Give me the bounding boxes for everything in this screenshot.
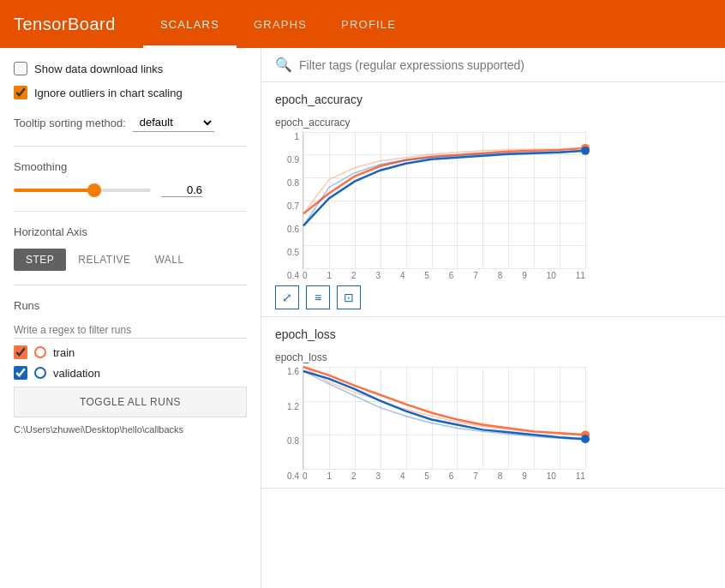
chart-area-accuracy (303, 132, 585, 269)
run-validation-checkbox[interactable] (14, 366, 27, 380)
runs-section: Runs train validation TOGGLE ALL RUNS C:… (14, 299, 247, 435)
svg-point-3 (581, 435, 590, 443)
nav-profile[interactable]: PROFILE (324, 0, 413, 48)
epoch-loss-section-title: epoch_loss (261, 317, 725, 345)
smoothing-value-input[interactable] (161, 183, 202, 197)
runs-label: Runs (14, 299, 247, 312)
tooltip-row: Tooltip sorting method: default ascendin… (14, 113, 247, 132)
y-axis-loss: 1.6 1.2 0.8 0.4 (279, 367, 299, 481)
axis-label: Horizontal Axis (14, 225, 247, 238)
fit-button[interactable]: ⊡ (337, 285, 361, 309)
run-validation-circle (34, 367, 46, 379)
chart-title-loss: epoch_loss (275, 351, 711, 363)
divider-3 (14, 285, 247, 285)
chart-container-accuracy: epoch_accuracy 1 0.9 0.8 0.7 0.6 0.5 0.4 (261, 110, 725, 316)
path-text: C:\Users\zhuwei\Desktop\hello\callbacks (14, 424, 247, 435)
x-axis-loss: 0 1 2 3 4 5 6 7 8 9 10 11 (303, 470, 585, 481)
divider-1 (14, 146, 247, 147)
axis-wall-button[interactable]: WALL (142, 249, 195, 271)
sidebar: Show data download links Ignore outliers… (0, 48, 261, 588)
smoothing-control (14, 183, 247, 197)
expand-chart-button[interactable]: ⤢ (275, 285, 299, 309)
y-axis-accuracy: 1 0.9 0.8 0.7 0.6 0.5 0.4 (279, 132, 299, 280)
run-train-circle (34, 346, 46, 358)
search-bar: 🔍 (261, 48, 725, 82)
ignore-outliers-label: Ignore outliers in chart scaling (34, 87, 183, 99)
runs-filter-input[interactable] (14, 322, 247, 339)
run-item-train: train (14, 345, 247, 359)
tooltip-select[interactable]: default ascending descending nearest (133, 113, 214, 132)
axis-buttons: STEP RELATIVE WALL (14, 249, 247, 271)
run-validation-label: validation (53, 367, 100, 380)
main-nav: SCALARS GRAPHS PROFILE (143, 0, 413, 48)
smoothing-slider[interactable] (14, 189, 151, 192)
tooltip-label: Tooltip sorting method: (14, 117, 126, 129)
axis-section: Horizontal Axis STEP RELATIVE WALL (14, 225, 247, 271)
header: TensorBoard SCALARS GRAPHS PROFILE (0, 0, 725, 48)
epoch-accuracy-section-title: epoch_accuracy (261, 82, 725, 110)
chart-area-loss (303, 367, 585, 470)
brand-logo: TensorBoard (14, 15, 116, 34)
divider-2 (14, 211, 247, 212)
chart-wrapper-accuracy: 1 0.9 0.8 0.7 0.6 0.5 0.4 (303, 132, 711, 280)
layout: Show data download links Ignore outliers… (0, 48, 725, 588)
run-train-label: train (53, 346, 75, 359)
toggle-all-button[interactable]: TOGGLE ALL RUNS (14, 387, 247, 417)
svg-point-1 (581, 147, 590, 155)
smoothing-section: Smoothing (14, 160, 247, 197)
chart-section-loss: epoch_loss epoch_loss 1.6 1.2 0.8 0.4 (261, 317, 725, 489)
data-button[interactable]: ≡ (306, 285, 330, 309)
chart-title-accuracy: epoch_accuracy (275, 117, 711, 129)
show-download-row: Show data download links (14, 62, 247, 75)
nav-graphs[interactable]: GRAPHS (237, 0, 324, 48)
run-train-checkbox[interactable] (14, 345, 27, 359)
search-icon: 🔍 (275, 57, 292, 73)
run-item-validation: validation (14, 366, 247, 380)
chart-container-loss: epoch_loss 1.6 1.2 0.8 0.4 (261, 345, 725, 488)
ignore-outliers-row: Ignore outliers in chart scaling (14, 86, 247, 99)
search-input[interactable] (299, 58, 711, 72)
accuracy-chart-svg (303, 132, 585, 268)
show-download-label: Show data download links (34, 63, 163, 75)
nav-scalars[interactable]: SCALARS (143, 0, 237, 48)
chart-controls-accuracy: ⤢ ≡ ⊡ (275, 285, 711, 309)
smoothing-label: Smoothing (14, 160, 247, 173)
loss-chart-svg (303, 367, 585, 469)
chart-wrapper-loss: 1.6 1.2 0.8 0.4 (303, 367, 711, 481)
main-content: 🔍 epoch_accuracy epoch_accuracy 1 0.9 0.… (261, 48, 725, 588)
show-download-checkbox[interactable] (14, 62, 27, 75)
chart-section-accuracy: epoch_accuracy epoch_accuracy 1 0.9 0.8 … (261, 82, 725, 317)
axis-relative-button[interactable]: RELATIVE (66, 249, 142, 271)
axis-step-button[interactable]: STEP (14, 249, 66, 271)
x-axis-accuracy: 0 1 2 3 4 5 6 7 8 9 10 11 (303, 269, 585, 280)
ignore-outliers-checkbox[interactable] (14, 86, 27, 99)
